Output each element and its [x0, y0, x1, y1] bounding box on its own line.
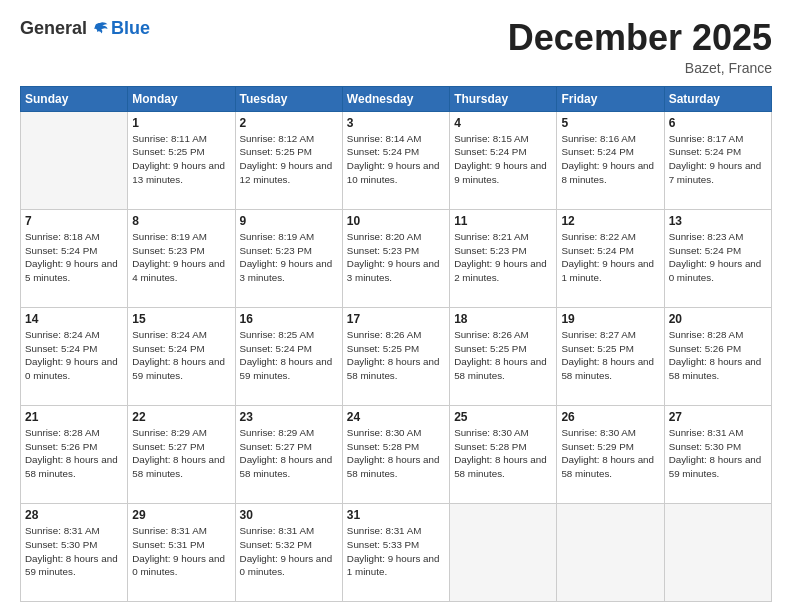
day-info: Sunrise: 8:24 AM Sunset: 5:24 PM Dayligh… [25, 328, 123, 383]
day-info: Sunrise: 8:31 AM Sunset: 5:31 PM Dayligh… [132, 524, 230, 579]
page: General Blue December 2025 Bazet, France… [0, 0, 792, 612]
calendar-cell: 19Sunrise: 8:27 AM Sunset: 5:25 PM Dayli… [557, 307, 664, 405]
day-number: 1 [132, 115, 230, 131]
day-info: Sunrise: 8:15 AM Sunset: 5:24 PM Dayligh… [454, 132, 552, 187]
day-info: Sunrise: 8:26 AM Sunset: 5:25 PM Dayligh… [454, 328, 552, 383]
day-number: 13 [669, 213, 767, 229]
calendar-week-2: 7Sunrise: 8:18 AM Sunset: 5:24 PM Daylig… [21, 209, 772, 307]
day-number: 19 [561, 311, 659, 327]
day-number: 21 [25, 409, 123, 425]
calendar-table: SundayMondayTuesdayWednesdayThursdayFrid… [20, 86, 772, 602]
calendar-cell [664, 503, 771, 601]
logo-bird-icon [91, 20, 109, 38]
calendar-cell [21, 111, 128, 209]
calendar-cell: 15Sunrise: 8:24 AM Sunset: 5:24 PM Dayli… [128, 307, 235, 405]
day-number: 20 [669, 311, 767, 327]
calendar-cell: 4Sunrise: 8:15 AM Sunset: 5:24 PM Daylig… [450, 111, 557, 209]
calendar-cell: 22Sunrise: 8:29 AM Sunset: 5:27 PM Dayli… [128, 405, 235, 503]
day-number: 24 [347, 409, 445, 425]
day-info: Sunrise: 8:27 AM Sunset: 5:25 PM Dayligh… [561, 328, 659, 383]
day-number: 17 [347, 311, 445, 327]
day-info: Sunrise: 8:29 AM Sunset: 5:27 PM Dayligh… [240, 426, 338, 481]
weekday-header-monday: Monday [128, 86, 235, 111]
calendar-cell: 23Sunrise: 8:29 AM Sunset: 5:27 PM Dayli… [235, 405, 342, 503]
day-info: Sunrise: 8:28 AM Sunset: 5:26 PM Dayligh… [25, 426, 123, 481]
location-subtitle: Bazet, France [508, 60, 772, 76]
calendar-cell: 27Sunrise: 8:31 AM Sunset: 5:30 PM Dayli… [664, 405, 771, 503]
day-info: Sunrise: 8:29 AM Sunset: 5:27 PM Dayligh… [132, 426, 230, 481]
day-info: Sunrise: 8:21 AM Sunset: 5:23 PM Dayligh… [454, 230, 552, 285]
calendar-cell: 6Sunrise: 8:17 AM Sunset: 5:24 PM Daylig… [664, 111, 771, 209]
day-number: 11 [454, 213, 552, 229]
day-info: Sunrise: 8:23 AM Sunset: 5:24 PM Dayligh… [669, 230, 767, 285]
day-info: Sunrise: 8:24 AM Sunset: 5:24 PM Dayligh… [132, 328, 230, 383]
day-number: 9 [240, 213, 338, 229]
calendar-cell: 14Sunrise: 8:24 AM Sunset: 5:24 PM Dayli… [21, 307, 128, 405]
month-title: December 2025 [508, 18, 772, 58]
day-number: 22 [132, 409, 230, 425]
calendar-cell: 26Sunrise: 8:30 AM Sunset: 5:29 PM Dayli… [557, 405, 664, 503]
calendar-cell: 11Sunrise: 8:21 AM Sunset: 5:23 PM Dayli… [450, 209, 557, 307]
day-info: Sunrise: 8:18 AM Sunset: 5:24 PM Dayligh… [25, 230, 123, 285]
day-number: 12 [561, 213, 659, 229]
calendar-cell: 1Sunrise: 8:11 AM Sunset: 5:25 PM Daylig… [128, 111, 235, 209]
day-info: Sunrise: 8:20 AM Sunset: 5:23 PM Dayligh… [347, 230, 445, 285]
weekday-header-row: SundayMondayTuesdayWednesdayThursdayFrid… [21, 86, 772, 111]
day-number: 15 [132, 311, 230, 327]
calendar-cell: 20Sunrise: 8:28 AM Sunset: 5:26 PM Dayli… [664, 307, 771, 405]
day-number: 23 [240, 409, 338, 425]
day-number: 6 [669, 115, 767, 131]
calendar-cell: 30Sunrise: 8:31 AM Sunset: 5:32 PM Dayli… [235, 503, 342, 601]
day-info: Sunrise: 8:31 AM Sunset: 5:33 PM Dayligh… [347, 524, 445, 579]
calendar-cell: 7Sunrise: 8:18 AM Sunset: 5:24 PM Daylig… [21, 209, 128, 307]
day-info: Sunrise: 8:25 AM Sunset: 5:24 PM Dayligh… [240, 328, 338, 383]
calendar-cell: 16Sunrise: 8:25 AM Sunset: 5:24 PM Dayli… [235, 307, 342, 405]
day-info: Sunrise: 8:30 AM Sunset: 5:28 PM Dayligh… [347, 426, 445, 481]
calendar-cell: 8Sunrise: 8:19 AM Sunset: 5:23 PM Daylig… [128, 209, 235, 307]
calendar-cell [450, 503, 557, 601]
calendar-cell: 28Sunrise: 8:31 AM Sunset: 5:30 PM Dayli… [21, 503, 128, 601]
day-info: Sunrise: 8:26 AM Sunset: 5:25 PM Dayligh… [347, 328, 445, 383]
title-block: December 2025 Bazet, France [508, 18, 772, 76]
weekday-header-wednesday: Wednesday [342, 86, 449, 111]
calendar-cell: 2Sunrise: 8:12 AM Sunset: 5:25 PM Daylig… [235, 111, 342, 209]
day-info: Sunrise: 8:16 AM Sunset: 5:24 PM Dayligh… [561, 132, 659, 187]
day-info: Sunrise: 8:31 AM Sunset: 5:32 PM Dayligh… [240, 524, 338, 579]
day-info: Sunrise: 8:31 AM Sunset: 5:30 PM Dayligh… [25, 524, 123, 579]
day-number: 3 [347, 115, 445, 131]
logo-blue-text: Blue [111, 18, 150, 39]
day-number: 30 [240, 507, 338, 523]
day-number: 10 [347, 213, 445, 229]
day-info: Sunrise: 8:12 AM Sunset: 5:25 PM Dayligh… [240, 132, 338, 187]
weekday-header-sunday: Sunday [21, 86, 128, 111]
day-number: 27 [669, 409, 767, 425]
calendar-cell: 24Sunrise: 8:30 AM Sunset: 5:28 PM Dayli… [342, 405, 449, 503]
calendar-cell: 25Sunrise: 8:30 AM Sunset: 5:28 PM Dayli… [450, 405, 557, 503]
weekday-header-thursday: Thursday [450, 86, 557, 111]
calendar-cell: 17Sunrise: 8:26 AM Sunset: 5:25 PM Dayli… [342, 307, 449, 405]
day-number: 8 [132, 213, 230, 229]
day-info: Sunrise: 8:30 AM Sunset: 5:28 PM Dayligh… [454, 426, 552, 481]
day-info: Sunrise: 8:28 AM Sunset: 5:26 PM Dayligh… [669, 328, 767, 383]
day-info: Sunrise: 8:19 AM Sunset: 5:23 PM Dayligh… [132, 230, 230, 285]
day-number: 31 [347, 507, 445, 523]
day-number: 5 [561, 115, 659, 131]
weekday-header-tuesday: Tuesday [235, 86, 342, 111]
calendar-cell: 31Sunrise: 8:31 AM Sunset: 5:33 PM Dayli… [342, 503, 449, 601]
calendar-cell: 5Sunrise: 8:16 AM Sunset: 5:24 PM Daylig… [557, 111, 664, 209]
day-number: 28 [25, 507, 123, 523]
day-info: Sunrise: 8:14 AM Sunset: 5:24 PM Dayligh… [347, 132, 445, 187]
calendar-cell: 12Sunrise: 8:22 AM Sunset: 5:24 PM Dayli… [557, 209, 664, 307]
day-info: Sunrise: 8:30 AM Sunset: 5:29 PM Dayligh… [561, 426, 659, 481]
day-number: 14 [25, 311, 123, 327]
weekday-header-saturday: Saturday [664, 86, 771, 111]
day-info: Sunrise: 8:17 AM Sunset: 5:24 PM Dayligh… [669, 132, 767, 187]
day-info: Sunrise: 8:31 AM Sunset: 5:30 PM Dayligh… [669, 426, 767, 481]
day-info: Sunrise: 8:19 AM Sunset: 5:23 PM Dayligh… [240, 230, 338, 285]
day-number: 26 [561, 409, 659, 425]
day-info: Sunrise: 8:11 AM Sunset: 5:25 PM Dayligh… [132, 132, 230, 187]
day-number: 7 [25, 213, 123, 229]
calendar-cell [557, 503, 664, 601]
calendar-cell: 29Sunrise: 8:31 AM Sunset: 5:31 PM Dayli… [128, 503, 235, 601]
logo-general-text: General [20, 18, 87, 39]
